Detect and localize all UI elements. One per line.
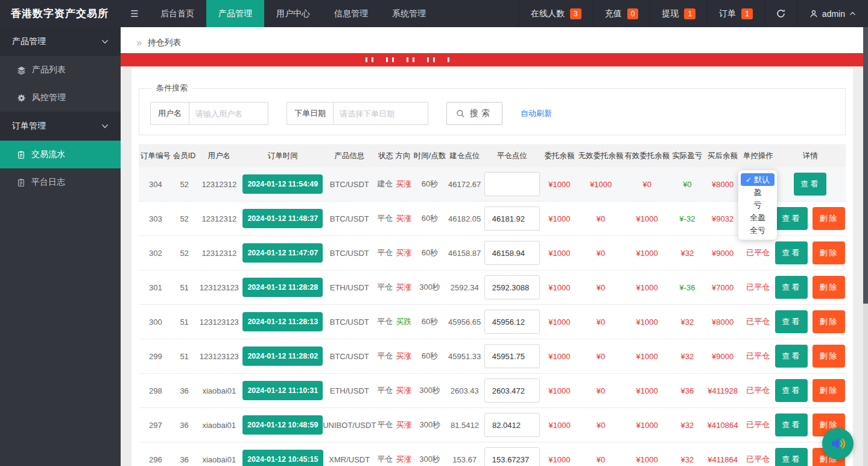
user-menu[interactable]: admin [797,0,868,27]
view-button[interactable]: 查看 [775,276,808,299]
order-time-button[interactable]: 2024-01-12 11:28:13 [242,312,323,331]
view-button[interactable]: 查看 [775,207,808,230]
close-point-input[interactable] [484,310,540,334]
entrust-balance: ¥1000 [548,352,570,361]
order-time-button[interactable]: 2024-01-12 11:28:28 [242,278,323,297]
status-label: 平仓 [378,420,393,430]
hamburger-icon[interactable]: ☰ [121,0,148,27]
delete-button[interactable]: 删除 [813,207,845,230]
view-button[interactable]: 查看 [775,413,808,436]
status-label: 平仓 [377,385,393,396]
dropdown-option-default[interactable]: ✓ 默认 [741,173,775,186]
col-detail: 详情 [775,151,846,161]
delete-button[interactable]: 删除 [813,345,845,368]
username-label: 用户名 [150,102,189,125]
period: 300秒 [419,420,440,430]
dropdown-option-all-win[interactable]: 全盈 [738,211,777,224]
col-valid-entrust: 有效委托余额 [624,151,671,161]
sidebar-group-products[interactable]: 产品管理 [0,27,121,56]
close-point-input[interactable] [484,413,540,437]
order-id: 301 [149,283,162,292]
order-time-button[interactable]: 2024-01-12 10:45:15 [242,450,323,466]
sidebar-item-trade-flow[interactable]: 交易流水 [0,141,121,168]
close-point-input[interactable] [484,172,540,196]
nav-item-info[interactable]: 信息管理 [322,0,380,27]
order-id: 304 [149,180,162,189]
nav-item-system[interactable]: 系统管理 [380,0,438,27]
refresh-icon[interactable] [764,0,797,27]
order-time-button[interactable]: 2024-01-12 11:48:37 [242,209,323,228]
order-time-button[interactable]: 2024-01-12 11:54:49 [242,174,323,194]
control-status: 已平仓 [746,282,770,293]
close-point-input[interactable] [484,378,540,403]
delete-button[interactable]: 删除 [813,310,845,333]
order-time-button[interactable]: 2024-01-12 10:48:59 [242,415,323,435]
delete-button[interactable]: 删除 [813,276,845,299]
product-name: ETH/USDT [330,386,369,395]
auto-refresh-link[interactable]: 自动刷新 [521,108,552,119]
dropdown-option-win[interactable]: 盈 [738,186,777,199]
chevron-down-icon [101,124,109,129]
sidebar-item-product-list[interactable]: 产品列表 [0,56,121,84]
actual-profit: ¥32 [681,421,694,430]
actual-profit: ¥32 [681,249,694,258]
view-button[interactable]: 查看 [775,345,808,368]
member-id: 36 [180,386,188,395]
stat-withdraw-badge: 1 [684,8,695,19]
direction-label: 买涨 [396,213,411,224]
product-name: BTC/USDT [330,214,369,223]
view-button[interactable]: 查看 [775,448,808,466]
valid-entrust-balance: ¥1000 [636,352,658,361]
view-button[interactable]: 查看 [794,173,826,196]
view-button[interactable]: 查看 [775,241,808,264]
invalid-entrust-balance: ¥0 [597,283,605,292]
sidebar-item-label: 产品列表 [32,65,66,75]
audio-announcement-button[interactable] [822,428,854,459]
order-time-button[interactable]: 2024-01-12 11:10:31 [242,381,323,400]
view-button[interactable]: 查看 [775,379,808,402]
col-order-time: 订单时间 [242,151,323,161]
close-point-input[interactable] [484,241,540,265]
after-balance: ¥7000 [712,283,733,292]
member-id: 51 [180,318,188,327]
dropdown-option-label: 默认 [754,174,770,185]
valid-entrust-balance: ¥1000 [636,214,658,223]
dropdown-option-lose[interactable]: 亏 [738,199,777,211]
col-member-id: 会员ID [173,151,197,161]
nav-item-products[interactable]: 产品管理 [206,0,264,27]
delete-button[interactable]: 删除 [813,379,845,402]
sidebar-item-label: 平台日志 [31,177,65,188]
product-name: UNIBOT/USDT [323,421,376,430]
close-point-input[interactable] [484,206,540,231]
order-id: 299 [149,352,162,361]
stat-withdraw[interactable]: 提现 1 [650,0,707,27]
sidebar-item-risk-control[interactable]: 风控管理 [0,84,121,112]
close-point-input[interactable] [484,275,540,299]
control-status: 已平仓 [746,454,770,465]
stat-orders[interactable]: 订单 1 [707,0,764,27]
table-header-row: 订单编号 会员ID 用户名 订单时间 产品信息 状态 方向 时间/点数 建仓点位… [139,144,846,167]
order-time-button[interactable]: 2024-01-12 11:47:07 [242,243,323,263]
scrollbar-thumb[interactable] [863,27,868,304]
close-point-input[interactable] [484,447,540,466]
stat-deposit-badge: 0 [627,8,639,19]
order-time-button[interactable]: 2024-01-12 11:28:02 [242,346,323,366]
close-point-input[interactable] [484,344,540,368]
dropdown-option-all-lose[interactable]: 全亏 [738,224,777,237]
delete-button[interactable]: 删除 [813,241,845,264]
view-button[interactable]: 查看 [775,310,808,333]
stat-online[interactable]: 在线人数 3 [519,0,593,27]
nav-item-users[interactable]: 用户中心 [264,0,322,27]
content-card: 条件搜索 用户名 下单日期 搜索 自动刷新 订单编号 [131,68,853,466]
order-date-input[interactable] [333,102,428,125]
username-input[interactable] [189,102,268,125]
search-button[interactable]: 搜索 [446,102,502,125]
nav-item-home[interactable]: 后台首页 [148,0,206,27]
sidebar-group-orders[interactable]: 订单管理 [0,112,121,141]
vertical-scrollbar[interactable] [863,27,868,466]
period: 60秒 [422,247,438,258]
col-invalid-entrust: 无效委托余额 [578,151,624,161]
col-profit: 实际盈亏 [671,151,705,161]
sidebar-item-platform-log[interactable]: 平台日志 [0,168,121,196]
stat-deposit[interactable]: 充值 0 [593,0,650,27]
